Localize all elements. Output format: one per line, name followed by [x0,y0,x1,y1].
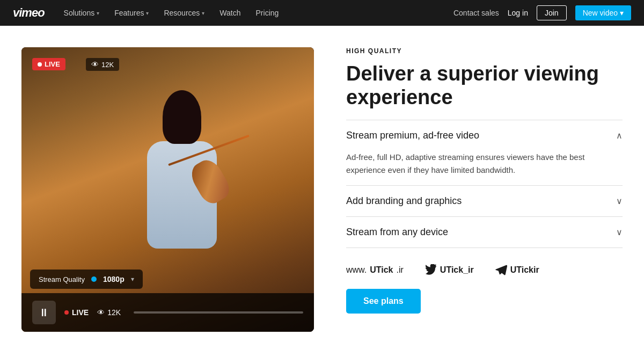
chevron-up-icon: ∧ [616,130,623,141]
chevron-down-icon: ∨ [616,196,623,206]
twitter-icon [425,264,437,276]
twitter-link[interactable]: UTick_ir [425,264,474,276]
violin-figure [112,96,252,300]
right-panel: HIGH QUALITY Deliver a superior viewing … [346,47,623,314]
viewer-count-top: 👁 12K [86,58,119,71]
accordion-title-3: Stream from any device [346,227,448,238]
nav-features[interactable]: Features ▾ [114,9,149,17]
accordion-title-2: Add branding and graphics [346,195,462,207]
telegram-link[interactable]: UTickir [495,264,539,276]
video-controls-bar: ⏸ LIVE 👁 12K [21,293,314,332]
viewer-count-bottom: 👁 12K [97,308,121,317]
chevron-down-icon: ▾ [97,10,99,16]
accordion-item-3: Stream from any device ∨ [346,217,623,248]
live-indicator: LIVE [64,308,89,317]
accordion-body-1: Ad-free, full HD, adaptive streaming ens… [346,151,623,185]
accordion-title-1: Stream premium, ad-free video [346,130,479,141]
nav-solutions[interactable]: Solutions ▾ [64,9,100,17]
quality-dot-icon [91,276,97,282]
accordion-item-1: Stream premium, ad-free video ∧ Ad-free,… [346,120,623,186]
telegram-icon [495,264,507,276]
chevron-down-icon: ▾ [620,9,624,17]
progress-bar[interactable] [134,311,303,314]
video-player: LIVE 👁 12K Stream Quality 1080p ▾ ⏸ LIVE… [21,47,314,332]
figure-hair [163,90,201,144]
website-link: www.UTick.ir [346,265,404,275]
section-label: HIGH QUALITY [346,47,623,55]
accordion-item-2: Add branding and graphics ∨ [346,186,623,217]
pause-icon: ⏸ [39,307,49,319]
new-video-button[interactable]: New video ▾ [575,5,631,20]
eye-icon: 👁 [97,308,105,317]
accordion-header-3[interactable]: Stream from any device ∨ [346,217,623,247]
live-badge: LIVE [32,58,65,70]
contact-sales-link[interactable]: Contact sales [453,9,499,17]
social-row: www.UTick.ir UTick_ir UTickir [346,264,623,276]
main-heading: Deliver a superior viewing experience [346,62,623,109]
chevron-down-icon: ▾ [146,10,149,16]
main-content: LIVE 👁 12K Stream Quality 1080p ▾ ⏸ LIVE… [0,26,644,353]
chevron-down-icon: ▾ [202,10,204,16]
navbar: vimeo Solutions ▾ Features ▾ Resources ▾… [0,0,644,26]
live-dot-icon [38,62,42,67]
live-dot-icon [64,310,69,315]
chevron-down-icon: ▾ [131,275,134,283]
eye-icon: 👁 [91,60,99,69]
accordion-header-2[interactable]: Add branding and graphics ∨ [346,186,623,216]
vimeo-logo[interactable]: vimeo [13,6,45,20]
join-button[interactable]: Join [537,5,567,20]
login-link[interactable]: Log in [508,9,528,17]
nav-resources[interactable]: Resources ▾ [164,9,204,17]
accordion-header-1[interactable]: Stream premium, ad-free video ∧ [346,120,623,151]
nav-watch[interactable]: Watch [219,9,240,17]
quality-selector[interactable]: Stream Quality 1080p ▾ [30,270,143,289]
nav-pricing[interactable]: Pricing [256,9,279,17]
chevron-down-icon: ∨ [616,227,623,237]
see-plans-button[interactable]: See plans [346,289,421,314]
pause-button[interactable]: ⏸ [32,301,56,324]
